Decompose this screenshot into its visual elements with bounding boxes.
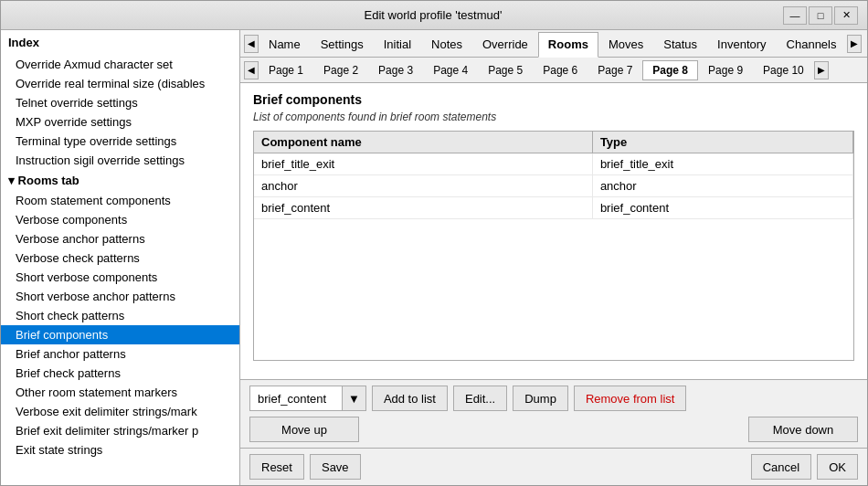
tab-prev-btn[interactable]: ◀ [244, 35, 259, 53]
sidebar-section-rooms[interactable]: ▾ Rooms tab [1, 170, 239, 191]
tab-moves[interactable]: Moves [598, 31, 653, 57]
dump-button[interactable]: Dump [513, 386, 568, 411]
page-tab-9[interactable]: Page 9 [698, 60, 753, 80]
right-panel: ◀ Name Settings Initial Notes Override R… [240, 30, 867, 485]
sidebar-header: Index [1, 30, 239, 55]
window-title: Edit world profile 'testmud' [83, 8, 783, 22]
sidebar-item-brief-check[interactable]: Brief check patterns [1, 364, 239, 383]
tab-initial[interactable]: Initial [374, 31, 421, 57]
sidebar-item-brief-exit[interactable]: Brief exit delimiter strings/marker p [1, 421, 239, 440]
tab-notes[interactable]: Notes [421, 31, 472, 57]
sidebar-item-2[interactable]: Telnet override settings [1, 93, 239, 112]
bottom-controls: brief_content ▼ Add to list Edit... Dump… [240, 379, 867, 448]
content-area: Brief components List of components foun… [240, 83, 867, 379]
sidebar: Index Override Axmud character set Overr… [1, 30, 240, 485]
page-prev-btn[interactable]: ◀ [244, 61, 259, 79]
sidebar-item-room-stmt[interactable]: Room statement components [1, 191, 239, 210]
table-row[interactable]: brief_title_exit brief_title_exit [254, 153, 853, 175]
page-tab-1[interactable]: Page 1 [259, 60, 313, 80]
page-tab-2[interactable]: Page 2 [313, 60, 368, 80]
remove-from-list-button[interactable]: Remove from list [574, 386, 687, 411]
tab-override[interactable]: Override [472, 31, 538, 57]
main-content: Index Override Axmud character set Overr… [1, 30, 867, 485]
row-2-type: brief_content [592, 197, 852, 219]
sidebar-item-verbose-check[interactable]: Verbose check patterns [1, 248, 239, 268]
footer-bar: Reset Save Cancel OK [240, 448, 867, 485]
tab-settings[interactable]: Settings [311, 31, 374, 57]
page-tab-bar: ◀ Page 1 Page 2 Page 3 Page 4 Page 5 Pag… [240, 58, 867, 83]
sidebar-item-short-anchor[interactable]: Short verbose anchor patterns [1, 287, 239, 306]
col-header-name: Component name [254, 132, 592, 153]
row-0-type: brief_title_exit [592, 153, 852, 175]
component-table: Component name Type brief_title_exit bri… [254, 132, 853, 219]
reset-button[interactable]: Reset [249, 454, 304, 480]
title-bar: Edit world profile 'testmud' — □ ✕ [1, 1, 867, 30]
row-1-name: anchor [254, 175, 592, 197]
row-2-name: brief_content [254, 197, 592, 219]
dropdown-arrow-icon[interactable]: ▼ [342, 386, 365, 410]
sidebar-item-short-check[interactable]: Short check patterns [1, 306, 239, 325]
sidebar-item-verbose-exit[interactable]: Verbose exit delimiter strings/mark [1, 402, 239, 421]
component-table-wrapper: Component name Type brief_title_exit bri… [253, 131, 854, 361]
page-tab-7[interactable]: Page 7 [587, 60, 642, 80]
add-to-list-button[interactable]: Add to list [372, 386, 448, 411]
sidebar-item-1[interactable]: Override real terminal size (disables [1, 74, 239, 93]
sidebar-item-brief-comp[interactable]: Brief components [1, 325, 239, 344]
sidebar-item-0[interactable]: Override Axmud character set [1, 55, 239, 74]
page-tab-3[interactable]: Page 3 [368, 60, 423, 80]
main-window: Edit world profile 'testmud' — □ ✕ Index… [0, 0, 868, 486]
page-next-btn[interactable]: ▶ [814, 61, 829, 79]
tab-channels[interactable]: Channels [777, 31, 847, 57]
save-button[interactable]: Save [310, 454, 361, 480]
tab-name[interactable]: Name [259, 31, 311, 57]
edit-button[interactable]: Edit... [453, 386, 507, 411]
move-up-button[interactable]: Move up [249, 417, 359, 442]
sidebar-item-5[interactable]: Instruction sigil override settings [1, 151, 239, 170]
section-title: Brief components [253, 92, 854, 107]
table-row[interactable]: brief_content brief_content [254, 197, 853, 219]
sidebar-item-short-verbose[interactable]: Short verbose components [1, 268, 239, 287]
page-tab-8[interactable]: Page 8 [642, 60, 698, 80]
sidebar-item-4[interactable]: Terminal type override settings [1, 132, 239, 151]
row-1-type: anchor [592, 175, 852, 197]
tab-inventory[interactable]: Inventory [707, 31, 776, 57]
main-tab-bar: ◀ Name Settings Initial Notes Override R… [240, 30, 867, 58]
close-button[interactable]: ✕ [834, 6, 858, 25]
tab-status[interactable]: Status [653, 31, 707, 57]
page-tab-4[interactable]: Page 4 [423, 60, 478, 80]
page-tab-10[interactable]: Page 10 [753, 60, 814, 80]
window-controls: — □ ✕ [783, 6, 858, 25]
page-tab-6[interactable]: Page 6 [533, 60, 587, 80]
page-tab-5[interactable]: Page 5 [478, 60, 533, 80]
sidebar-item-verbose-anchor[interactable]: Verbose anchor patterns [1, 229, 239, 248]
dropdown-value: brief_content [250, 388, 342, 409]
control-row-1: brief_content ▼ Add to list Edit... Dump… [249, 386, 858, 411]
component-dropdown[interactable]: brief_content ▼ [249, 386, 366, 411]
maximize-button[interactable]: □ [809, 6, 832, 25]
row-0-name: brief_title_exit [254, 153, 592, 175]
sidebar-item-other-markers[interactable]: Other room statement markers [1, 383, 239, 402]
sidebar-item-verbose-comp[interactable]: Verbose components [1, 210, 239, 229]
col-header-type: Type [592, 132, 852, 153]
tab-next-btn[interactable]: ▶ [847, 35, 862, 53]
sidebar-item-exit-state[interactable]: Exit state strings [1, 440, 239, 460]
tab-rooms[interactable]: Rooms [538, 32, 598, 58]
sidebar-item-brief-anchor[interactable]: Brief anchor patterns [1, 344, 239, 364]
table-row[interactable]: anchor anchor [254, 175, 853, 197]
minimize-button[interactable]: — [783, 6, 807, 25]
sidebar-item-3[interactable]: MXP override settings [1, 112, 239, 132]
move-down-button[interactable]: Move down [748, 417, 858, 442]
section-subtitle: List of components found in brief room s… [253, 111, 854, 123]
cancel-button[interactable]: Cancel [751, 454, 811, 480]
control-row-2: Move up Move down [249, 417, 858, 442]
ok-button[interactable]: OK [817, 454, 858, 480]
